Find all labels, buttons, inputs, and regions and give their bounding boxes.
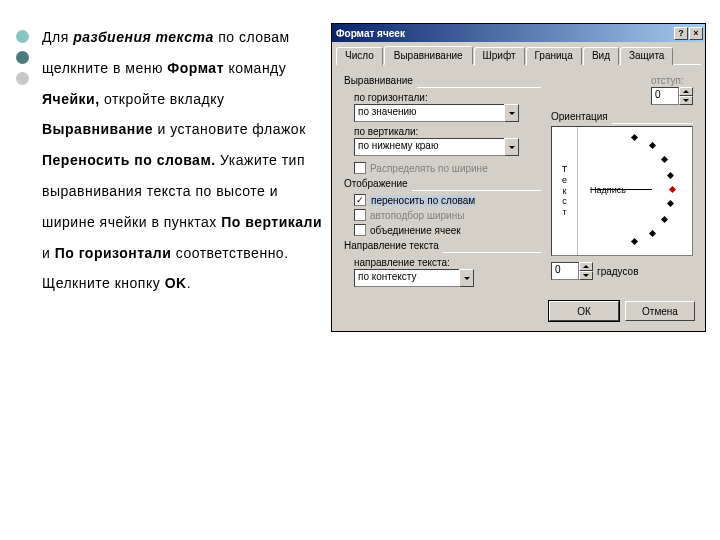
chevron-down-icon[interactable] (504, 104, 519, 122)
wrap-text-label: переносить по словам (370, 195, 476, 206)
instruction-text: Для разбиения текста по словам щелкните … (42, 22, 327, 299)
orientation-label-text: Надпись (590, 185, 626, 195)
horizontal-value: по значению (354, 104, 504, 122)
wrap-text-checkbox[interactable]: ✓ (354, 194, 366, 206)
text-dir-label: направление текста: (354, 257, 541, 268)
horizontal-label: по горизонтали: (354, 92, 541, 103)
shrink-label: автоподбор ширины (370, 210, 464, 221)
close-button[interactable]: × (689, 27, 703, 40)
ok-button[interactable]: ОК (549, 301, 619, 321)
dialog-title: Формат ячеек (336, 28, 674, 39)
bullet-decor-1 (16, 30, 29, 43)
orientation-arc[interactable]: Надпись (578, 127, 692, 255)
display-group-label: Отображение (344, 178, 408, 189)
vertical-label: по вертикали: (354, 126, 541, 137)
merge-label: объединение ячеек (370, 225, 461, 236)
vertical-value: по нижнему краю (354, 138, 504, 156)
alignment-group-label: Выравнивание (344, 75, 413, 86)
chevron-down-icon[interactable] (504, 138, 519, 156)
tab-number[interactable]: Число (336, 47, 383, 65)
tab-protection[interactable]: Защита (620, 47, 673, 65)
degrees-label: градусов (597, 266, 638, 277)
spinner-down-icon[interactable] (679, 96, 693, 105)
orientation-control[interactable]: Текст Надпись (551, 126, 693, 256)
chevron-down-icon[interactable] (459, 269, 474, 287)
horizontal-combo[interactable]: по значению (354, 104, 519, 122)
bullet-decor-2 (16, 51, 29, 64)
titlebar[interactable]: Формат ячеек ? × (332, 24, 705, 42)
cancel-button[interactable]: Отмена (625, 301, 695, 321)
text-direction-group-label: Направление текста (344, 240, 439, 251)
merge-checkbox[interactable] (354, 224, 366, 236)
text-direction-combo[interactable]: по контексту (354, 269, 474, 287)
bullet-decor-3 (16, 72, 29, 85)
tab-alignment[interactable]: Выравнивание (384, 46, 473, 65)
shrink-checkbox (354, 209, 366, 221)
spinner-up-icon[interactable] (679, 87, 693, 96)
degrees-value: 0 (551, 262, 579, 280)
spinner-down-icon[interactable] (579, 271, 593, 280)
tab-font[interactable]: Шрифт (474, 47, 525, 65)
justify-distributed-label: Распределять по ширине (370, 163, 488, 174)
vertical-combo[interactable]: по нижнему краю (354, 138, 519, 156)
spinner-up-icon[interactable] (579, 262, 593, 271)
justify-distributed-checkbox (354, 162, 366, 174)
tab-view[interactable]: Вид (583, 47, 619, 65)
indent-spinner[interactable]: 0 (651, 87, 693, 105)
orientation-group-label: Ориентация (551, 111, 608, 122)
format-cells-dialog: Формат ячеек ? × Число Выравнивание Шриф… (331, 23, 706, 332)
help-button[interactable]: ? (674, 27, 688, 40)
orientation-vertical[interactable]: Текст (552, 127, 578, 255)
degrees-spinner[interactable]: 0 (551, 262, 593, 280)
tab-border[interactable]: Граница (526, 47, 582, 65)
indent-value: 0 (651, 87, 679, 105)
text-direction-value: по контексту (354, 269, 459, 287)
indent-label: отступ: (651, 75, 693, 86)
